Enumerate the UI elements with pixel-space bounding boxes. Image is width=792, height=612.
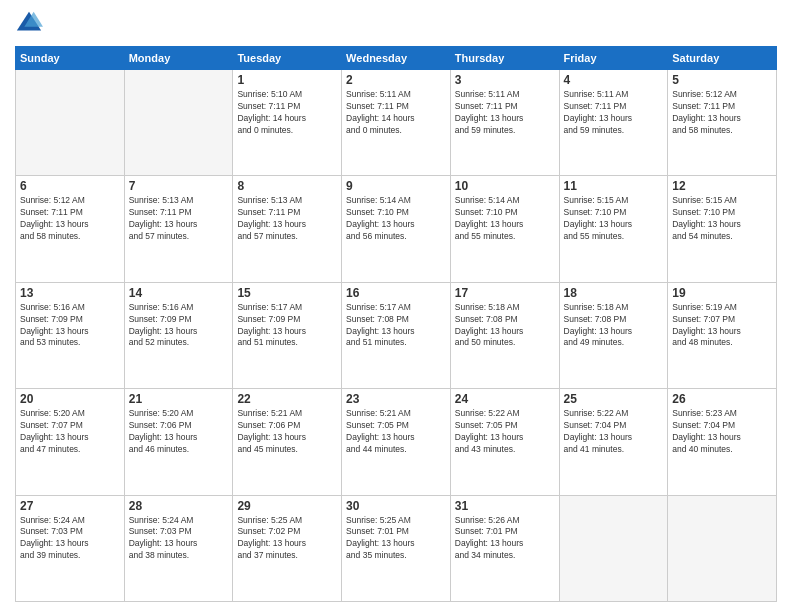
day-number: 7: [129, 179, 229, 193]
day-number: 14: [129, 286, 229, 300]
calendar-cell: 19Sunrise: 5:19 AM Sunset: 7:07 PM Dayli…: [668, 282, 777, 388]
cell-info: Sunrise: 5:25 AM Sunset: 7:02 PM Dayligh…: [237, 515, 337, 563]
cell-info: Sunrise: 5:26 AM Sunset: 7:01 PM Dayligh…: [455, 515, 555, 563]
day-number: 2: [346, 73, 446, 87]
day-number: 22: [237, 392, 337, 406]
calendar-cell: 27Sunrise: 5:24 AM Sunset: 7:03 PM Dayli…: [16, 495, 125, 601]
calendar-cell: 29Sunrise: 5:25 AM Sunset: 7:02 PM Dayli…: [233, 495, 342, 601]
day-number: 9: [346, 179, 446, 193]
day-number: 29: [237, 499, 337, 513]
weekday-header: Friday: [559, 47, 668, 70]
day-number: 12: [672, 179, 772, 193]
day-number: 13: [20, 286, 120, 300]
cell-info: Sunrise: 5:15 AM Sunset: 7:10 PM Dayligh…: [564, 195, 664, 243]
day-number: 3: [455, 73, 555, 87]
calendar-header-row: SundayMondayTuesdayWednesdayThursdayFrid…: [16, 47, 777, 70]
cell-info: Sunrise: 5:14 AM Sunset: 7:10 PM Dayligh…: [346, 195, 446, 243]
calendar-cell: 17Sunrise: 5:18 AM Sunset: 7:08 PM Dayli…: [450, 282, 559, 388]
calendar-cell: 9Sunrise: 5:14 AM Sunset: 7:10 PM Daylig…: [342, 176, 451, 282]
calendar-cell: [559, 495, 668, 601]
cell-info: Sunrise: 5:18 AM Sunset: 7:08 PM Dayligh…: [564, 302, 664, 350]
calendar-cell: 16Sunrise: 5:17 AM Sunset: 7:08 PM Dayli…: [342, 282, 451, 388]
calendar-cell: [668, 495, 777, 601]
weekday-header: Monday: [124, 47, 233, 70]
cell-info: Sunrise: 5:21 AM Sunset: 7:06 PM Dayligh…: [237, 408, 337, 456]
calendar-cell: 20Sunrise: 5:20 AM Sunset: 7:07 PM Dayli…: [16, 389, 125, 495]
weekday-header: Tuesday: [233, 47, 342, 70]
day-number: 28: [129, 499, 229, 513]
logo-icon: [15, 10, 43, 38]
day-number: 24: [455, 392, 555, 406]
calendar-cell: 28Sunrise: 5:24 AM Sunset: 7:03 PM Dayli…: [124, 495, 233, 601]
day-number: 25: [564, 392, 664, 406]
day-number: 17: [455, 286, 555, 300]
calendar-cell: 2Sunrise: 5:11 AM Sunset: 7:11 PM Daylig…: [342, 70, 451, 176]
calendar-cell: 4Sunrise: 5:11 AM Sunset: 7:11 PM Daylig…: [559, 70, 668, 176]
calendar-cell: 31Sunrise: 5:26 AM Sunset: 7:01 PM Dayli…: [450, 495, 559, 601]
cell-info: Sunrise: 5:18 AM Sunset: 7:08 PM Dayligh…: [455, 302, 555, 350]
cell-info: Sunrise: 5:21 AM Sunset: 7:05 PM Dayligh…: [346, 408, 446, 456]
calendar-cell: [124, 70, 233, 176]
cell-info: Sunrise: 5:17 AM Sunset: 7:08 PM Dayligh…: [346, 302, 446, 350]
day-number: 23: [346, 392, 446, 406]
calendar-cell: 22Sunrise: 5:21 AM Sunset: 7:06 PM Dayli…: [233, 389, 342, 495]
cell-info: Sunrise: 5:13 AM Sunset: 7:11 PM Dayligh…: [129, 195, 229, 243]
cell-info: Sunrise: 5:16 AM Sunset: 7:09 PM Dayligh…: [20, 302, 120, 350]
calendar-cell: 8Sunrise: 5:13 AM Sunset: 7:11 PM Daylig…: [233, 176, 342, 282]
day-number: 11: [564, 179, 664, 193]
calendar-week-row: 1Sunrise: 5:10 AM Sunset: 7:11 PM Daylig…: [16, 70, 777, 176]
cell-info: Sunrise: 5:11 AM Sunset: 7:11 PM Dayligh…: [346, 89, 446, 137]
day-number: 1: [237, 73, 337, 87]
calendar-cell: 12Sunrise: 5:15 AM Sunset: 7:10 PM Dayli…: [668, 176, 777, 282]
day-number: 5: [672, 73, 772, 87]
weekday-header: Thursday: [450, 47, 559, 70]
calendar-cell: 10Sunrise: 5:14 AM Sunset: 7:10 PM Dayli…: [450, 176, 559, 282]
cell-info: Sunrise: 5:24 AM Sunset: 7:03 PM Dayligh…: [20, 515, 120, 563]
calendar-cell: 26Sunrise: 5:23 AM Sunset: 7:04 PM Dayli…: [668, 389, 777, 495]
day-number: 31: [455, 499, 555, 513]
calendar-week-row: 6Sunrise: 5:12 AM Sunset: 7:11 PM Daylig…: [16, 176, 777, 282]
day-number: 15: [237, 286, 337, 300]
calendar-cell: 24Sunrise: 5:22 AM Sunset: 7:05 PM Dayli…: [450, 389, 559, 495]
cell-info: Sunrise: 5:12 AM Sunset: 7:11 PM Dayligh…: [20, 195, 120, 243]
calendar-cell: 5Sunrise: 5:12 AM Sunset: 7:11 PM Daylig…: [668, 70, 777, 176]
calendar-cell: 14Sunrise: 5:16 AM Sunset: 7:09 PM Dayli…: [124, 282, 233, 388]
weekday-header: Wednesday: [342, 47, 451, 70]
calendar-week-row: 20Sunrise: 5:20 AM Sunset: 7:07 PM Dayli…: [16, 389, 777, 495]
calendar-cell: 7Sunrise: 5:13 AM Sunset: 7:11 PM Daylig…: [124, 176, 233, 282]
page: SundayMondayTuesdayWednesdayThursdayFrid…: [0, 0, 792, 612]
day-number: 21: [129, 392, 229, 406]
cell-info: Sunrise: 5:12 AM Sunset: 7:11 PM Dayligh…: [672, 89, 772, 137]
calendar-week-row: 27Sunrise: 5:24 AM Sunset: 7:03 PM Dayli…: [16, 495, 777, 601]
calendar-cell: 23Sunrise: 5:21 AM Sunset: 7:05 PM Dayli…: [342, 389, 451, 495]
calendar-week-row: 13Sunrise: 5:16 AM Sunset: 7:09 PM Dayli…: [16, 282, 777, 388]
weekday-header: Saturday: [668, 47, 777, 70]
logo: [15, 10, 47, 38]
day-number: 27: [20, 499, 120, 513]
day-number: 16: [346, 286, 446, 300]
cell-info: Sunrise: 5:14 AM Sunset: 7:10 PM Dayligh…: [455, 195, 555, 243]
header: [15, 10, 777, 38]
day-number: 19: [672, 286, 772, 300]
day-number: 10: [455, 179, 555, 193]
cell-info: Sunrise: 5:13 AM Sunset: 7:11 PM Dayligh…: [237, 195, 337, 243]
day-number: 26: [672, 392, 772, 406]
calendar-cell: 18Sunrise: 5:18 AM Sunset: 7:08 PM Dayli…: [559, 282, 668, 388]
day-number: 8: [237, 179, 337, 193]
calendar-cell: 21Sunrise: 5:20 AM Sunset: 7:06 PM Dayli…: [124, 389, 233, 495]
calendar-table: SundayMondayTuesdayWednesdayThursdayFrid…: [15, 46, 777, 602]
cell-info: Sunrise: 5:22 AM Sunset: 7:04 PM Dayligh…: [564, 408, 664, 456]
calendar-cell: 15Sunrise: 5:17 AM Sunset: 7:09 PM Dayli…: [233, 282, 342, 388]
cell-info: Sunrise: 5:25 AM Sunset: 7:01 PM Dayligh…: [346, 515, 446, 563]
day-number: 20: [20, 392, 120, 406]
day-number: 6: [20, 179, 120, 193]
weekday-header: Sunday: [16, 47, 125, 70]
calendar-cell: [16, 70, 125, 176]
cell-info: Sunrise: 5:10 AM Sunset: 7:11 PM Dayligh…: [237, 89, 337, 137]
cell-info: Sunrise: 5:22 AM Sunset: 7:05 PM Dayligh…: [455, 408, 555, 456]
cell-info: Sunrise: 5:11 AM Sunset: 7:11 PM Dayligh…: [455, 89, 555, 137]
cell-info: Sunrise: 5:20 AM Sunset: 7:06 PM Dayligh…: [129, 408, 229, 456]
day-number: 18: [564, 286, 664, 300]
calendar-cell: 6Sunrise: 5:12 AM Sunset: 7:11 PM Daylig…: [16, 176, 125, 282]
calendar-cell: 3Sunrise: 5:11 AM Sunset: 7:11 PM Daylig…: [450, 70, 559, 176]
